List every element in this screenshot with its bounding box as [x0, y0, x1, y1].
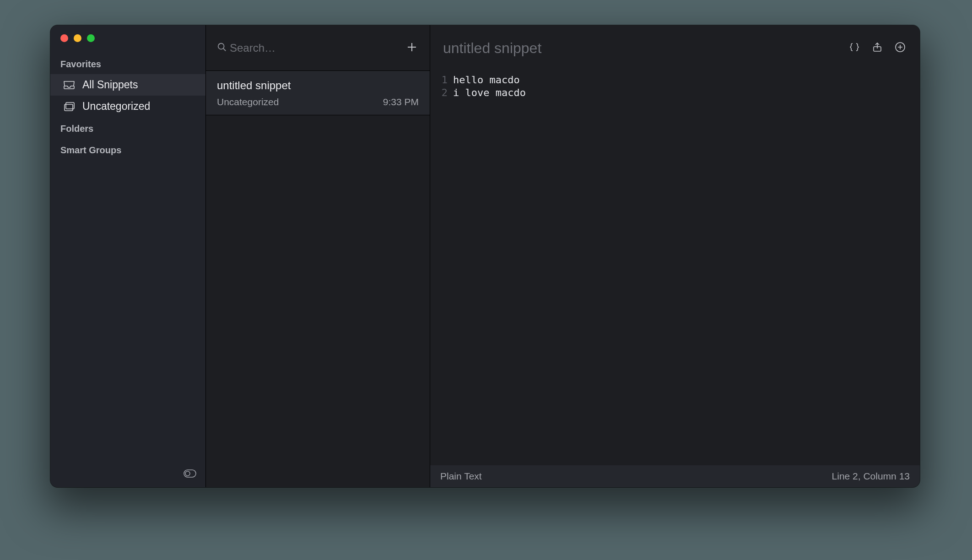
sidebar-item-label: Uncategorized	[82, 100, 150, 113]
snippet-list-item[interactable]: untitled snippet Uncategorized 9:33 PM	[206, 71, 430, 115]
snippet-item-category: Uncategorized	[217, 97, 279, 108]
share-icon	[872, 42, 883, 54]
sidebar-item-uncategorized[interactable]: Uncategorized	[50, 96, 205, 117]
sidebar-item-label: All Snippets	[82, 79, 138, 91]
status-bar: Plain Text Line 2, Column 13	[430, 465, 920, 487]
window-controls	[50, 25, 205, 53]
sidebar-section-favorites: Favorites	[50, 53, 205, 74]
search-icon	[217, 42, 227, 54]
snippet-item-title: untitled snippet	[217, 79, 419, 92]
editor-toolbar: untitled snippet	[430, 25, 920, 71]
svg-line-5	[223, 48, 226, 51]
sidebar-section-smart-groups: Smart Groups	[50, 139, 205, 160]
sidebar-item-all-snippets[interactable]: All Snippets	[50, 74, 205, 96]
minimize-window-button[interactable]	[74, 34, 81, 42]
search-field[interactable]	[217, 42, 405, 54]
code-content[interactable]: hello macdoi love macdo	[453, 74, 920, 465]
language-indicator[interactable]: Plain Text	[440, 471, 482, 482]
document-title[interactable]: untitled snippet	[443, 40, 838, 57]
snippet-list-pane: untitled snippet Uncategorized 9:33 PM	[206, 25, 430, 487]
stack-icon	[63, 102, 75, 112]
braces-icon	[849, 42, 860, 54]
sidebar: Favorites All Snippets Uncategorized Fol…	[50, 25, 206, 487]
toggle-icon	[184, 472, 196, 479]
inbox-icon	[63, 80, 75, 90]
editor-pane: untitled snippet 12 hello macdoi love ma…	[430, 25, 920, 487]
search-input[interactable]	[230, 42, 405, 54]
settings-toggle-button[interactable]	[184, 469, 196, 480]
sidebar-section-folders: Folders	[50, 117, 205, 139]
cursor-position: Line 2, Column 13	[832, 471, 910, 482]
svg-point-4	[218, 43, 224, 49]
new-snippet-button[interactable]	[405, 41, 419, 55]
line-gutter: 12	[430, 74, 453, 465]
share-button[interactable]	[870, 41, 884, 55]
plus-icon	[406, 42, 417, 54]
format-button[interactable]	[848, 41, 861, 55]
snippet-item-time: 9:33 PM	[383, 97, 419, 108]
circle-plus-icon	[895, 42, 906, 54]
add-button[interactable]	[893, 41, 907, 55]
list-toolbar	[206, 25, 430, 71]
zoom-window-button[interactable]	[87, 34, 95, 42]
svg-point-3	[185, 471, 190, 476]
close-window-button[interactable]	[60, 34, 68, 42]
code-editor[interactable]: 12 hello macdoi love macdo	[430, 71, 920, 465]
app-window: Favorites All Snippets Uncategorized Fol…	[50, 25, 920, 487]
